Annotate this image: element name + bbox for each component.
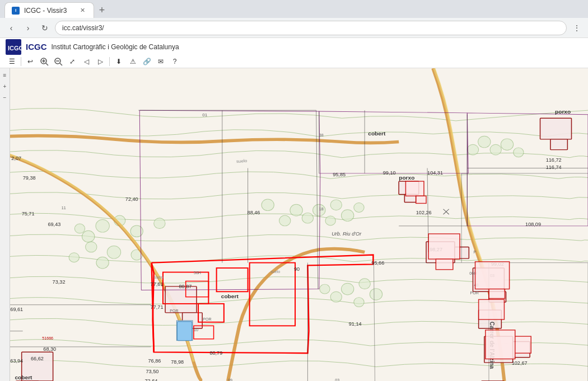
svg-text:51666: 51666 <box>42 336 53 340</box>
svg-text:suelo: suelo <box>236 158 248 164</box>
menu-button[interactable]: ⋮ <box>570 21 584 35</box>
svg-text:79,38: 79,38 <box>23 175 36 181</box>
new-tab-button[interactable]: + <box>94 2 110 18</box>
address-bar-row: ‹ › ↻ icc.cat/vissir3/ ⋮ <box>0 18 588 38</box>
svg-text:porxo: porxo <box>399 175 414 181</box>
tab-favicon: I <box>12 7 20 15</box>
svg-text:Urb. Riu d'Or: Urb. Riu d'Or <box>332 231 362 237</box>
svg-line-7 <box>60 63 62 65</box>
map-svg: suelo suelo suelo suelo suelo 2,07 79,38… <box>0 68 588 381</box>
svg-text:11: 11 <box>62 206 66 210</box>
email-button[interactable]: ✉ <box>155 56 167 67</box>
zoom-in-button[interactable] <box>38 56 50 67</box>
forward-button[interactable]: › <box>21 21 35 35</box>
svg-point-24 <box>354 203 364 213</box>
svg-point-15 <box>74 224 85 233</box>
svg-point-29 <box>262 199 274 211</box>
app-toolbar: ICGC ICGC Institut Cartogràfic i Geològi… <box>0 38 588 68</box>
undo-button[interactable]: ↩ <box>24 56 36 67</box>
svg-text:cobert: cobert <box>221 294 239 300</box>
address-input[interactable]: icc.cat/vissir3/ <box>55 21 567 35</box>
pan-left-button[interactable]: ◁ <box>80 56 92 67</box>
svg-point-30 <box>478 136 491 148</box>
sidebar-btn-1[interactable]: ≡ <box>1 70 10 79</box>
full-extent-button[interactable]: ⤢ <box>66 56 78 67</box>
svg-point-23 <box>341 210 353 222</box>
svg-text:01: 01 <box>202 113 207 118</box>
menu-tool-button[interactable]: ☰ <box>6 56 18 67</box>
svg-text:66,62: 66,62 <box>31 356 44 362</box>
svg-point-31 <box>490 144 501 155</box>
svg-text:68,30: 68,30 <box>43 347 56 352</box>
svg-point-32 <box>501 139 513 150</box>
svg-rect-134 <box>405 181 424 196</box>
sidebar-btn-3[interactable]: − <box>1 93 10 102</box>
svg-text:102,67: 102,67 <box>512 360 528 366</box>
svg-text:73,32: 73,32 <box>53 280 66 285</box>
svg-text:69,43: 69,43 <box>48 222 60 227</box>
svg-text:76,86: 76,86 <box>148 358 161 364</box>
svg-point-22 <box>330 200 342 210</box>
svg-rect-131 <box>475 262 510 289</box>
svg-point-12 <box>130 225 143 237</box>
svg-text:102,26: 102,26 <box>416 210 432 216</box>
svg-text:cobert: cobert <box>368 131 386 137</box>
svg-text:99,10: 99,10 <box>383 170 396 176</box>
svg-text:suelo: suelo <box>270 270 280 274</box>
svg-point-39 <box>330 291 342 302</box>
svg-point-28 <box>325 216 335 225</box>
svg-point-40 <box>320 284 330 294</box>
svg-rect-137 <box>515 336 531 353</box>
separator <box>21 57 21 66</box>
svg-text:95,66: 95,66 <box>371 261 384 266</box>
left-sidebar: ≡ + − <box>0 68 10 381</box>
svg-point-26 <box>290 204 302 216</box>
svg-text:69,61: 69,61 <box>10 307 23 312</box>
svg-text:P: P <box>473 250 476 254</box>
help-button[interactable]: ? <box>169 56 181 67</box>
svg-point-33 <box>514 148 524 157</box>
svg-text:80,87: 80,87 <box>179 284 192 289</box>
separator2 <box>109 57 110 66</box>
sidebar-btn-2[interactable]: + <box>1 82 10 91</box>
svg-point-25 <box>302 213 313 223</box>
back-button[interactable]: ‹ <box>4 21 18 35</box>
refresh-button[interactable]: ↻ <box>38 21 52 35</box>
svg-text:91,14: 91,14 <box>349 322 362 327</box>
svg-text:77,71: 77,71 <box>151 305 164 311</box>
svg-point-20 <box>69 253 79 262</box>
svg-text:56H: 56H <box>194 271 201 275</box>
tab-close-button[interactable]: ✕ <box>78 6 87 15</box>
active-tab[interactable]: I ICGC - Vissir3 ✕ <box>4 2 94 18</box>
app-title-main: ICGC <box>26 42 47 51</box>
link-button[interactable]: 🔗 <box>141 56 153 67</box>
svg-point-17 <box>107 246 120 259</box>
app-logo: ICGC <box>6 39 21 55</box>
svg-text:38: 38 <box>319 133 324 137</box>
svg-text:88,46: 88,46 <box>248 210 260 216</box>
svg-text:09: 09 <box>228 378 232 381</box>
svg-text:porxo: porxo <box>555 109 571 115</box>
svg-rect-42 <box>550 139 568 150</box>
zoom-out-button[interactable] <box>52 56 64 67</box>
svg-text:108,09: 108,09 <box>525 222 541 227</box>
svg-text:18: 18 <box>319 207 324 211</box>
svg-text:suelo: suelo <box>154 275 164 279</box>
svg-rect-41 <box>540 118 572 139</box>
svg-point-13 <box>154 218 165 229</box>
tab-bar: I ICGC - Vissir3 ✕ + <box>0 0 588 18</box>
app-icons-row: ☰ ↩ ⤢ ◁ ▷ ⬇ ⚠ 🔗 ✉ ? <box>0 55 588 68</box>
svg-text:75,71: 75,71 <box>22 211 35 217</box>
svg-point-16 <box>86 242 97 252</box>
pan-right-button[interactable]: ▷ <box>94 56 106 67</box>
svg-text:03: 03 <box>335 378 339 381</box>
warning-button[interactable]: ⚠ <box>127 56 139 67</box>
svg-point-37 <box>370 289 382 300</box>
app-header: ICGC ICGC Institut Cartogràfic i Geològi… <box>0 38 588 55</box>
map-area[interactable]: ≡ + − <box>0 68 588 381</box>
svg-rect-132 <box>489 289 505 299</box>
svg-text:72,64: 72,64 <box>144 378 157 381</box>
download-button[interactable]: ⬇ <box>113 56 125 67</box>
svg-text:POR: POR <box>470 291 478 295</box>
svg-text:2,07: 2,07 <box>11 156 21 162</box>
